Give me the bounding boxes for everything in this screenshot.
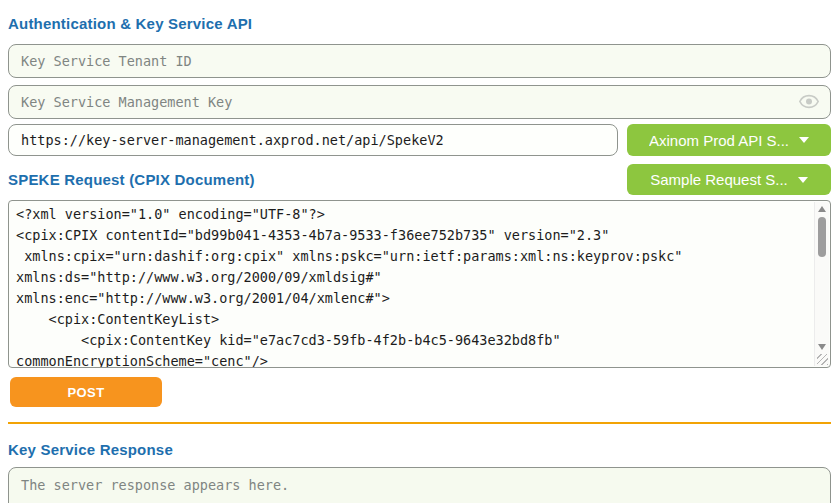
caret-down-icon <box>798 177 808 183</box>
sample-request-dropdown[interactable]: Sample Request S... <box>627 164 831 195</box>
caret-down-icon <box>799 137 809 143</box>
speke-request-row: SPEKE Request (CPIX Document) Sample Req… <box>8 164 831 195</box>
scrollbar-thumb[interactable] <box>818 217 826 257</box>
resize-grip-icon[interactable] <box>817 354 828 365</box>
management-key-field-wrap <box>8 85 831 119</box>
vertical-scrollbar[interactable] <box>814 202 829 366</box>
section-divider <box>8 422 831 424</box>
tenant-id-input[interactable] <box>8 44 831 78</box>
response-output[interactable]: The server response appears here. <box>8 467 831 503</box>
management-key-input[interactable] <box>8 85 831 119</box>
speke-request-label: SPEKE Request (CPIX Document) <box>8 171 255 188</box>
api-preset-dropdown-label: Axinom Prod API S... <box>649 132 789 149</box>
scroll-up-icon[interactable] <box>818 206 826 212</box>
response-heading: Key Service Response <box>8 441 831 458</box>
scroll-down-icon[interactable] <box>818 344 826 350</box>
speke-api-panel: Authentication & Key Service API Axinom … <box>8 15 831 503</box>
page-title: Authentication & Key Service API <box>8 15 831 32</box>
cpix-document-text: <?xml version="1.0" encoding="UTF-8"?> <… <box>9 201 830 367</box>
api-preset-dropdown[interactable]: Axinom Prod API S... <box>627 124 831 156</box>
cpix-document-editor[interactable]: <?xml version="1.0" encoding="UTF-8"?> <… <box>8 200 831 368</box>
response-placeholder-text: The server response appears here. <box>21 477 289 493</box>
api-url-input[interactable] <box>8 124 618 156</box>
post-button[interactable]: POST <box>10 377 162 407</box>
api-url-row: Axinom Prod API S... <box>8 124 831 156</box>
sample-request-dropdown-label: Sample Request S... <box>650 171 788 188</box>
eye-icon[interactable] <box>799 94 819 109</box>
